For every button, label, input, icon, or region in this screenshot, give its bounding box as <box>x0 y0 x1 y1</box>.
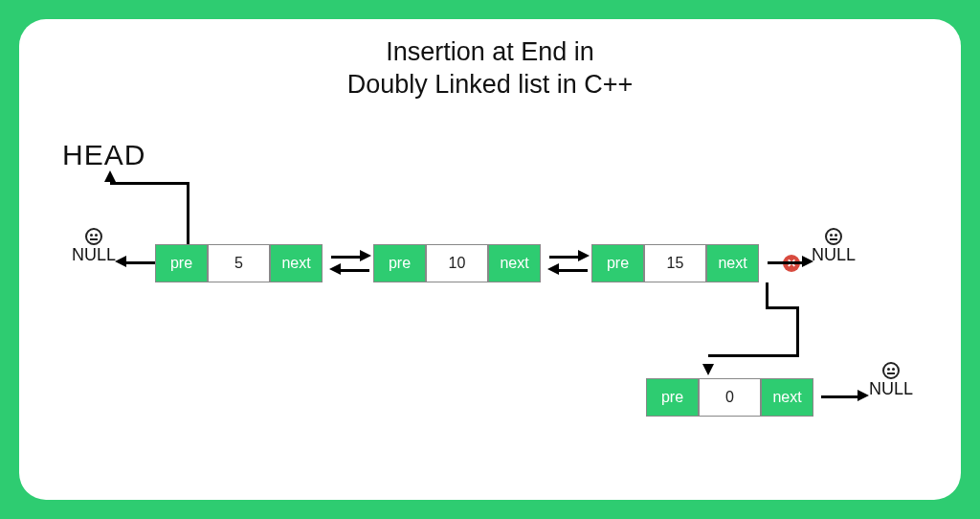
arrow-nnew-next-null <box>821 395 859 398</box>
conn-1-2-bot <box>341 269 369 272</box>
arrowhead-n3-next-null-old <box>802 256 813 267</box>
head-label: HEAD <box>62 139 145 171</box>
node-new-prev: pre <box>646 378 699 417</box>
node-1-prev: pre <box>155 244 208 282</box>
node-new-next: next <box>761 378 813 417</box>
node-1-next: next <box>270 244 323 282</box>
node-2: pre 10 next <box>373 244 541 282</box>
arrowhead-n1-prev-null <box>115 256 126 267</box>
neutral-face-icon-3 <box>882 362 900 379</box>
node-2-next: next <box>488 244 541 282</box>
node-new: pre 0 next <box>646 378 813 417</box>
node-3: pre 15 next <box>591 244 759 282</box>
conn-2-3-top-head <box>578 250 590 261</box>
node-2-prev: pre <box>373 244 426 282</box>
node-1-value: 5 <box>208 244 270 282</box>
arrow-down-h2 <box>708 354 799 357</box>
node-3-prev: pre <box>591 244 644 282</box>
node-1: pre 5 next <box>155 244 323 282</box>
node-2-value: 10 <box>426 244 488 282</box>
conn-1-2-top <box>331 256 360 259</box>
arrow-n1-prev-null <box>126 261 155 264</box>
arrowhead-into-new2 <box>702 364 714 375</box>
null-right-top: NULL <box>812 228 856 265</box>
neutral-face-icon-2 <box>825 228 842 245</box>
null-text-right-bottom: NULL <box>869 379 913 399</box>
null-text-left: NULL <box>72 245 116 265</box>
null-left: NULL <box>72 228 116 265</box>
arrow-down-h1 <box>766 306 799 309</box>
conn-1-2-top-head <box>360 250 371 261</box>
neutral-face-icon <box>85 228 102 245</box>
conn-2-3-top <box>549 256 578 259</box>
node-3-value: 15 <box>644 244 706 282</box>
node-3-next: next <box>706 244 759 282</box>
diagram-canvas: Insertion at End in Doubly Linked list i… <box>19 19 961 500</box>
head-arrowhead <box>104 170 116 182</box>
head-arrow-horizontal <box>110 182 189 185</box>
conn-2-3-bot <box>559 269 588 272</box>
arrowhead-nnew-next-null <box>858 390 869 401</box>
diagram-stage: HEAD NULL pre 5 next pre 10 next <box>19 19 961 500</box>
arrow-down-v2 <box>796 306 799 354</box>
head-arrow-vertical <box>187 182 189 244</box>
null-text-right-top: NULL <box>812 245 856 265</box>
conn-2-3-bot-head <box>547 263 559 275</box>
arrow-down-v <box>766 282 768 309</box>
arrow-n3-next-null-old <box>768 261 804 264</box>
conn-1-2-bot-head <box>329 263 341 275</box>
null-right-bottom: NULL <box>869 362 913 399</box>
node-new-value: 0 <box>699 378 761 417</box>
